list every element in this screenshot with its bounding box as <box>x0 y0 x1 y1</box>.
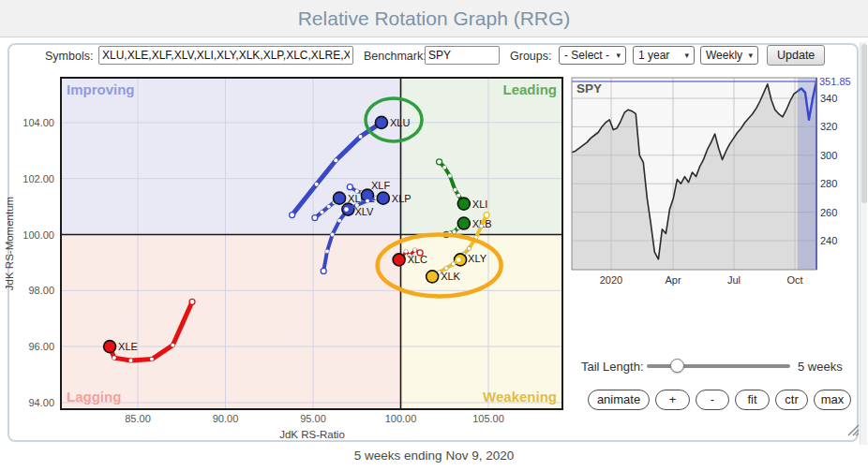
spy-last-price: 351.85 <box>819 76 851 87</box>
label-XLP: XLP <box>392 193 412 204</box>
page-title: Relative Rotation Graph (RRG) <box>0 0 868 37</box>
svg-text:100.00: 100.00 <box>385 413 417 424</box>
label-XLK: XLK <box>441 271 460 282</box>
dot-XLB[interactable] <box>457 217 470 229</box>
svg-text:104.00: 104.00 <box>22 117 54 128</box>
svg-text:90.00: 90.00 <box>213 413 239 424</box>
chevron-down-icon: ▾ <box>684 51 689 60</box>
scrollbar[interactable] <box>860 42 867 445</box>
y-axis-title: JdK RS-Momentum <box>4 197 15 290</box>
svg-text:105.00: 105.00 <box>472 413 504 424</box>
tail-length-label: Tail Length: <box>581 360 644 374</box>
dot-XLI[interactable] <box>457 198 470 210</box>
label-XLE: XLE <box>118 341 138 352</box>
dot-XLE[interactable] <box>104 341 116 353</box>
label-XLI: XLI <box>472 199 488 210</box>
symbols-label: Symbols: <box>45 50 93 63</box>
period-select[interactable]: 1 year ▾ <box>633 46 695 65</box>
spy-symbol-label: SPY <box>576 81 602 96</box>
fit-button[interactable]: fit <box>735 390 770 410</box>
animate-button[interactable]: animate <box>588 390 650 410</box>
chevron-down-icon: ▾ <box>616 51 621 60</box>
quadrant-label-improving: Improving <box>67 81 135 97</box>
slider-thumb[interactable] <box>670 359 684 373</box>
symbols-input[interactable] <box>98 46 353 65</box>
svg-text:Jul: Jul <box>727 274 741 286</box>
svg-text:320: 320 <box>820 121 837 132</box>
svg-text:Apr: Apr <box>665 274 681 286</box>
max-button[interactable]: max <box>814 390 851 410</box>
label-XLC: XLC <box>408 254 427 265</box>
tail-length-value: 5 weeks <box>798 360 843 374</box>
tail-length-slider[interactable] <box>647 364 790 368</box>
svg-text:240: 240 <box>820 235 837 246</box>
svg-text:102.00: 102.00 <box>22 173 54 184</box>
update-button[interactable]: Update <box>767 45 825 66</box>
svg-text:260: 260 <box>820 207 837 218</box>
svg-text:2020: 2020 <box>600 274 622 286</box>
svg-text:98.00: 98.00 <box>28 285 54 296</box>
quadrant-label-lagging: Lagging <box>67 389 121 405</box>
frequency-select-value: Weekly <box>706 49 742 62</box>
svg-text:100.00: 100.00 <box>22 229 54 241</box>
dot-XLRE[interactable] <box>334 192 346 204</box>
groups-select[interactable]: - Select - ▾ <box>559 46 626 65</box>
svg-text:300: 300 <box>820 150 837 161</box>
app-header: Relative Rotation Graph (RRG) <box>0 0 868 37</box>
svg-text:85.00: 85.00 <box>125 413 151 424</box>
resize-handle-icon[interactable] <box>845 422 861 436</box>
center-button[interactable]: ctr <box>775 390 808 410</box>
label-XLF: XLF <box>371 180 390 191</box>
x-axis-title: JdK RS-Ratio <box>279 429 345 440</box>
zoom-out-button[interactable]: - <box>696 390 729 410</box>
zoom-in-button[interactable]: + <box>655 390 690 410</box>
scrollbar-thumb[interactable] <box>861 44 867 203</box>
dot-XLP[interactable] <box>377 192 389 204</box>
label-XLY: XLY <box>468 253 487 264</box>
rrg-chart[interactable]: 85.0090.0095.00100.00105.00104.00102.001… <box>0 70 568 445</box>
svg-text:280: 280 <box>820 178 837 189</box>
dot-XLU[interactable] <box>375 116 387 128</box>
benchmark-input[interactable] <box>425 46 500 65</box>
dot-XLC[interactable] <box>393 254 405 266</box>
benchmark-label: Benchmark: <box>364 50 427 63</box>
groups-select-value: - Select - <box>564 49 609 62</box>
frequency-select[interactable]: Weekly ▾ <box>700 46 758 65</box>
svg-text:Oct: Oct <box>786 274 802 286</box>
spy-chart: 3403203002802602402020AprJulOctSPY351.85 <box>567 73 863 290</box>
period-select-value: 1 year <box>638 49 669 62</box>
chevron-down-icon: ▾ <box>748 51 753 60</box>
footer-caption: 5 weeks ending Nov 9, 2020 <box>0 449 868 463</box>
dot-XLK[interactable] <box>427 271 439 283</box>
svg-text:340: 340 <box>820 93 837 104</box>
svg-text:96.00: 96.00 <box>28 341 54 352</box>
svg-text:95.00: 95.00 <box>300 413 326 424</box>
quadrant-label-weakening: Weakening <box>483 389 557 405</box>
label-XLU: XLU <box>390 117 410 128</box>
groups-label: Groups: <box>510 50 551 63</box>
chart-buttons: animate + - fit ctr max <box>588 390 851 410</box>
quadrant-label-leading: Leading <box>502 81 557 97</box>
rrg-app: Relative Rotation Graph (RRG) Symbols: B… <box>0 0 868 471</box>
svg-text:94.00: 94.00 <box>28 397 54 408</box>
